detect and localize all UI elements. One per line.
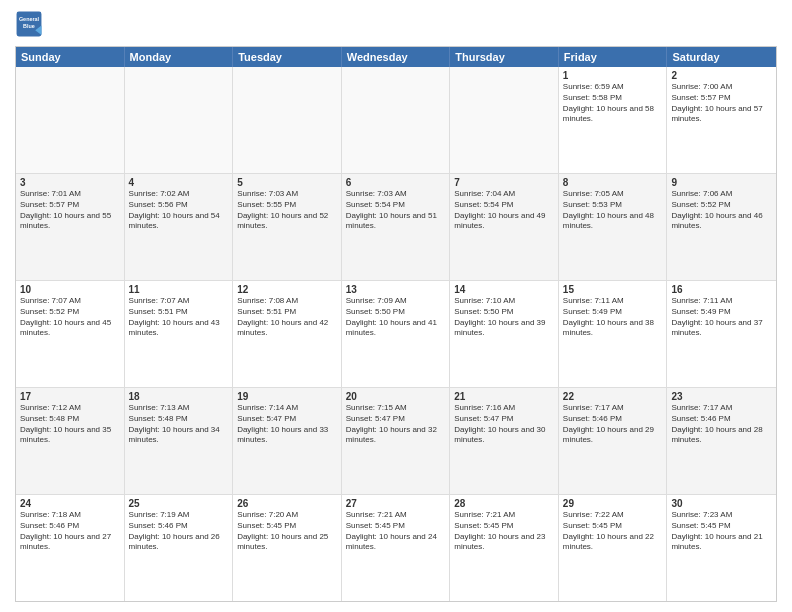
- day-info: Sunrise: 7:00 AM Sunset: 5:57 PM Dayligh…: [671, 82, 772, 125]
- day-info: Sunrise: 7:07 AM Sunset: 5:52 PM Dayligh…: [20, 296, 120, 339]
- day-number: 17: [20, 391, 120, 402]
- day-info: Sunrise: 7:17 AM Sunset: 5:46 PM Dayligh…: [671, 403, 772, 446]
- calendar-cell: 10Sunrise: 7:07 AM Sunset: 5:52 PM Dayli…: [16, 281, 125, 387]
- header-day-thursday: Thursday: [450, 47, 559, 67]
- day-number: 3: [20, 177, 120, 188]
- day-info: Sunrise: 7:12 AM Sunset: 5:48 PM Dayligh…: [20, 403, 120, 446]
- day-info: Sunrise: 7:14 AM Sunset: 5:47 PM Dayligh…: [237, 403, 337, 446]
- day-info: Sunrise: 7:16 AM Sunset: 5:47 PM Dayligh…: [454, 403, 554, 446]
- calendar-cell: 20Sunrise: 7:15 AM Sunset: 5:47 PM Dayli…: [342, 388, 451, 494]
- day-info: Sunrise: 6:59 AM Sunset: 5:58 PM Dayligh…: [563, 82, 663, 125]
- day-info: Sunrise: 7:06 AM Sunset: 5:52 PM Dayligh…: [671, 189, 772, 232]
- calendar-cell: 19Sunrise: 7:14 AM Sunset: 5:47 PM Dayli…: [233, 388, 342, 494]
- calendar-cell: 4Sunrise: 7:02 AM Sunset: 5:56 PM Daylig…: [125, 174, 234, 280]
- day-number: 21: [454, 391, 554, 402]
- calendar-cell: 12Sunrise: 7:08 AM Sunset: 5:51 PM Dayli…: [233, 281, 342, 387]
- page: General Blue SundayMondayTuesdayWednesda…: [0, 0, 792, 612]
- calendar-cell: 29Sunrise: 7:22 AM Sunset: 5:45 PM Dayli…: [559, 495, 668, 601]
- day-info: Sunrise: 7:03 AM Sunset: 5:55 PM Dayligh…: [237, 189, 337, 232]
- calendar-cell: 21Sunrise: 7:16 AM Sunset: 5:47 PM Dayli…: [450, 388, 559, 494]
- svg-text:General: General: [19, 16, 40, 22]
- calendar-cell: 6Sunrise: 7:03 AM Sunset: 5:54 PM Daylig…: [342, 174, 451, 280]
- calendar-cell: 27Sunrise: 7:21 AM Sunset: 5:45 PM Dayli…: [342, 495, 451, 601]
- day-info: Sunrise: 7:15 AM Sunset: 5:47 PM Dayligh…: [346, 403, 446, 446]
- day-info: Sunrise: 7:01 AM Sunset: 5:57 PM Dayligh…: [20, 189, 120, 232]
- header-day-tuesday: Tuesday: [233, 47, 342, 67]
- day-number: 22: [563, 391, 663, 402]
- calendar-cell: 16Sunrise: 7:11 AM Sunset: 5:49 PM Dayli…: [667, 281, 776, 387]
- day-number: 10: [20, 284, 120, 295]
- day-number: 5: [237, 177, 337, 188]
- calendar-cell: 17Sunrise: 7:12 AM Sunset: 5:48 PM Dayli…: [16, 388, 125, 494]
- day-number: 8: [563, 177, 663, 188]
- calendar-row-2: 3Sunrise: 7:01 AM Sunset: 5:57 PM Daylig…: [16, 173, 776, 280]
- calendar-cell: 14Sunrise: 7:10 AM Sunset: 5:50 PM Dayli…: [450, 281, 559, 387]
- calendar-cell: 22Sunrise: 7:17 AM Sunset: 5:46 PM Dayli…: [559, 388, 668, 494]
- calendar-cell: 8Sunrise: 7:05 AM Sunset: 5:53 PM Daylig…: [559, 174, 668, 280]
- day-info: Sunrise: 7:04 AM Sunset: 5:54 PM Dayligh…: [454, 189, 554, 232]
- day-info: Sunrise: 7:07 AM Sunset: 5:51 PM Dayligh…: [129, 296, 229, 339]
- calendar-header: SundayMondayTuesdayWednesdayThursdayFrid…: [16, 47, 776, 67]
- day-number: 25: [129, 498, 229, 509]
- day-number: 18: [129, 391, 229, 402]
- day-number: 28: [454, 498, 554, 509]
- calendar-cell: 11Sunrise: 7:07 AM Sunset: 5:51 PM Dayli…: [125, 281, 234, 387]
- day-number: 14: [454, 284, 554, 295]
- calendar-cell: 7Sunrise: 7:04 AM Sunset: 5:54 PM Daylig…: [450, 174, 559, 280]
- calendar-row-1: 1Sunrise: 6:59 AM Sunset: 5:58 PM Daylig…: [16, 67, 776, 173]
- calendar-row-3: 10Sunrise: 7:07 AM Sunset: 5:52 PM Dayli…: [16, 280, 776, 387]
- calendar-cell: 18Sunrise: 7:13 AM Sunset: 5:48 PM Dayli…: [125, 388, 234, 494]
- header-day-wednesday: Wednesday: [342, 47, 451, 67]
- day-info: Sunrise: 7:02 AM Sunset: 5:56 PM Dayligh…: [129, 189, 229, 232]
- day-number: 29: [563, 498, 663, 509]
- header: General Blue: [15, 10, 777, 38]
- calendar-cell: 5Sunrise: 7:03 AM Sunset: 5:55 PM Daylig…: [233, 174, 342, 280]
- day-number: 7: [454, 177, 554, 188]
- day-number: 2: [671, 70, 772, 81]
- calendar: SundayMondayTuesdayWednesdayThursdayFrid…: [15, 46, 777, 602]
- day-number: 9: [671, 177, 772, 188]
- calendar-cell: [125, 67, 234, 173]
- calendar-row-4: 17Sunrise: 7:12 AM Sunset: 5:48 PM Dayli…: [16, 387, 776, 494]
- day-number: 24: [20, 498, 120, 509]
- day-number: 20: [346, 391, 446, 402]
- day-info: Sunrise: 7:23 AM Sunset: 5:45 PM Dayligh…: [671, 510, 772, 553]
- calendar-cell: 26Sunrise: 7:20 AM Sunset: 5:45 PM Dayli…: [233, 495, 342, 601]
- logo-icon: General Blue: [15, 10, 43, 38]
- calendar-cell: [342, 67, 451, 173]
- day-info: Sunrise: 7:13 AM Sunset: 5:48 PM Dayligh…: [129, 403, 229, 446]
- calendar-body: 1Sunrise: 6:59 AM Sunset: 5:58 PM Daylig…: [16, 67, 776, 601]
- day-number: 16: [671, 284, 772, 295]
- day-info: Sunrise: 7:22 AM Sunset: 5:45 PM Dayligh…: [563, 510, 663, 553]
- day-number: 13: [346, 284, 446, 295]
- header-day-monday: Monday: [125, 47, 234, 67]
- day-info: Sunrise: 7:20 AM Sunset: 5:45 PM Dayligh…: [237, 510, 337, 553]
- day-info: Sunrise: 7:11 AM Sunset: 5:49 PM Dayligh…: [563, 296, 663, 339]
- day-info: Sunrise: 7:10 AM Sunset: 5:50 PM Dayligh…: [454, 296, 554, 339]
- day-number: 19: [237, 391, 337, 402]
- day-info: Sunrise: 7:05 AM Sunset: 5:53 PM Dayligh…: [563, 189, 663, 232]
- calendar-cell: 3Sunrise: 7:01 AM Sunset: 5:57 PM Daylig…: [16, 174, 125, 280]
- day-info: Sunrise: 7:21 AM Sunset: 5:45 PM Dayligh…: [346, 510, 446, 553]
- day-number: 12: [237, 284, 337, 295]
- day-number: 15: [563, 284, 663, 295]
- day-number: 23: [671, 391, 772, 402]
- calendar-cell: 15Sunrise: 7:11 AM Sunset: 5:49 PM Dayli…: [559, 281, 668, 387]
- day-number: 26: [237, 498, 337, 509]
- day-number: 6: [346, 177, 446, 188]
- calendar-cell: 24Sunrise: 7:18 AM Sunset: 5:46 PM Dayli…: [16, 495, 125, 601]
- day-number: 4: [129, 177, 229, 188]
- calendar-cell: 9Sunrise: 7:06 AM Sunset: 5:52 PM Daylig…: [667, 174, 776, 280]
- header-day-sunday: Sunday: [16, 47, 125, 67]
- day-number: 1: [563, 70, 663, 81]
- day-info: Sunrise: 7:18 AM Sunset: 5:46 PM Dayligh…: [20, 510, 120, 553]
- day-info: Sunrise: 7:17 AM Sunset: 5:46 PM Dayligh…: [563, 403, 663, 446]
- header-day-saturday: Saturday: [667, 47, 776, 67]
- logo: General Blue: [15, 10, 43, 38]
- day-number: 11: [129, 284, 229, 295]
- calendar-cell: 1Sunrise: 6:59 AM Sunset: 5:58 PM Daylig…: [559, 67, 668, 173]
- calendar-cell: 25Sunrise: 7:19 AM Sunset: 5:46 PM Dayli…: [125, 495, 234, 601]
- day-info: Sunrise: 7:21 AM Sunset: 5:45 PM Dayligh…: [454, 510, 554, 553]
- calendar-cell: 23Sunrise: 7:17 AM Sunset: 5:46 PM Dayli…: [667, 388, 776, 494]
- calendar-cell: 30Sunrise: 7:23 AM Sunset: 5:45 PM Dayli…: [667, 495, 776, 601]
